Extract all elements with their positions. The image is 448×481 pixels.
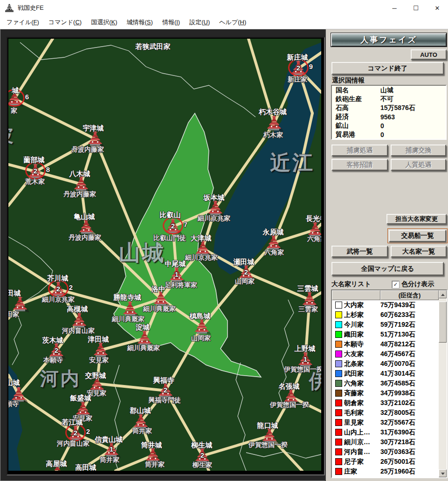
scroll-down-button[interactable] (439, 469, 447, 477)
castle-name-label: 八木城 (69, 170, 90, 179)
daimyo-koku: 60万6233石 (380, 311, 415, 319)
guest-general-button[interactable]: 客将招請 (331, 159, 388, 171)
castle-icon[interactable] (70, 313, 89, 329)
daimyo-row[interactable]: 北条家46万0070石 (332, 359, 439, 369)
daimyo-row[interactable]: 河内畠…30万0363石 (332, 447, 439, 457)
castle-icon[interactable] (86, 131, 104, 147)
castle-side-number: 6 (25, 93, 29, 101)
castle-name-label: 池田城 (8, 289, 21, 298)
daimyo-list-button[interactable]: 大名家一覧 (391, 246, 447, 257)
daimyo-koku: 25万1960石 (380, 467, 415, 476)
castle-family-label: 池田家 (8, 310, 19, 319)
colorize-checkbox[interactable]: ✓ (392, 281, 399, 288)
daimyo-list-scrollbar[interactable] (439, 290, 447, 477)
minimize-button[interactable]: ─ (384, 0, 405, 16)
daimyo-name: 斉藤家 (344, 389, 380, 398)
daimyo-color-swatch (335, 429, 342, 436)
castle-number: 2 (244, 268, 248, 276)
castle-icon[interactable] (121, 301, 139, 317)
close-button[interactable]: ✕ (427, 0, 448, 16)
daimyo-name: 本願寺 (344, 340, 380, 349)
menu-item-f[interactable]: ファイル(F) (2, 16, 44, 29)
castle-family-label: 細川京兆家 (42, 295, 75, 304)
castle-family-label: 丹波内藤家 (71, 145, 104, 154)
daimyo-row[interactable]: 細川京…30万7218石 (332, 437, 439, 447)
daimyo-list[interactable]: (臣従含) 大内家75万9439石上杉家60万6233石今川家59万7192石織… (331, 289, 448, 478)
daimyo-name: 六角家 (344, 379, 380, 388)
menu-item-s[interactable]: 城情報(S) (122, 16, 158, 29)
auto-button[interactable]: AUTO (411, 49, 447, 60)
castle-name-label: 名張城 (279, 382, 300, 391)
castle-icon[interactable] (11, 296, 29, 312)
daimyo-koku: 51万7130石 (380, 330, 415, 339)
castle-family-label: 山岡家 (191, 334, 211, 343)
title-bar[interactable]: 戦国史FE ─ ☐ ✕ (0, 0, 448, 16)
castle-number: 2 (34, 167, 37, 175)
castle-name-label: 信貴山城 (95, 435, 123, 444)
castle-family-label: 朽木家 (263, 131, 283, 139)
castle-name-label: 亀山城 (74, 213, 95, 221)
menu-item-k[interactable]: 国選択(K) (86, 16, 122, 29)
scroll-up-button[interactable] (439, 290, 447, 298)
castle-icon[interactable] (193, 319, 211, 335)
castle-name-label: 瀬田城 (234, 258, 255, 267)
captive-exchange-button[interactable]: 捕虜交換 (391, 144, 446, 156)
map-frame: 近江山城河内波伊若狭武田家29新庄城新庄家朽木谷城朽木家宇津城丹波内藤家6城家2… (7, 37, 325, 475)
castle-icon[interactable] (265, 116, 283, 131)
castle-icon[interactable] (91, 342, 110, 358)
busho-list-button[interactable]: 武将一覧 (331, 246, 388, 257)
daimyo-row[interactable]: 今川家59万7192石 (332, 320, 439, 330)
colorize-toggle[interactable]: ✓ 色分け表示 (392, 280, 434, 289)
castle-family-label: 丹波内藤家 (69, 234, 101, 242)
change-daimyo-button[interactable]: 担当大名家変更 (386, 214, 447, 224)
daimyo-row[interactable]: 本願寺48万8212石 (332, 339, 439, 349)
castle-family-label: 河内畠山家 (62, 327, 95, 335)
menu-item-u[interactable]: 設定(U) (185, 16, 214, 29)
end-command-button[interactable]: コマンド終了 (331, 62, 444, 75)
daimyo-row[interactable]: 毛利家32万8005石 (332, 408, 439, 418)
daimyo-koku: 26万5001石 (380, 458, 415, 466)
daimyo-koku: 41万3014石 (380, 370, 415, 378)
captive-treatment-button[interactable]: 捕虜処遇 (331, 144, 388, 156)
trade-ships-button[interactable]: 交易船一覧 (389, 230, 446, 242)
daimyo-koku: 31万6390石 (380, 428, 415, 437)
daimyo-row[interactable]: 上杉家60万6233石 (332, 310, 439, 320)
daimyo-row[interactable]: 山内上…31万6390石 (332, 427, 439, 437)
info-row-port: 貿易港0 (332, 131, 446, 139)
daimyo-row[interactable]: 織田家51万7130石 (332, 330, 439, 339)
castle-icon[interactable] (206, 200, 225, 216)
daimyo-koku: 34万9938石 (380, 389, 415, 398)
daimyo-row[interactable]: 六角家36万4585石 (332, 378, 439, 388)
daimyo-row[interactable]: 朝倉家33万2102石 (332, 398, 439, 408)
daimyo-row[interactable]: 大友家46万4567石 (332, 349, 439, 359)
daimyo-color-swatch (335, 341, 342, 348)
info-row-country: 国名山城 (332, 86, 446, 95)
daimyo-row[interactable]: 斉藤家34万9938石 (332, 388, 439, 398)
hostage-treatment-button[interactable]: 人質処遇 (391, 159, 446, 171)
daimyo-color-swatch (335, 380, 342, 387)
castle-family-label: 荒木家 (25, 178, 45, 186)
castle-side-number: 2 (69, 283, 73, 291)
castle-family-label: 筒井家 (100, 456, 119, 464)
app-window: { "window": {"title": "戦国史FE"}, "icons":… (0, 0, 448, 481)
daimyo-name: 朝倉家 (344, 399, 380, 407)
castle-name-label: 宇津城 (83, 124, 104, 133)
map-view[interactable]: 近江山城河内波伊若狭武田家29新庄城新庄家朽木谷城朽木家宇津城丹波内藤家6城家2… (8, 39, 321, 471)
daimyo-row[interactable]: 武田家41万3014石 (332, 369, 439, 378)
menu-item-c[interactable]: コマンド(C) (44, 16, 86, 29)
daimyo-row[interactable]: 尼子家26万5001石 (332, 457, 439, 467)
daimyo-row[interactable]: 里見家32万5567石 (332, 418, 439, 427)
castle-icon[interactable] (77, 219, 96, 235)
maximize-button[interactable]: ☐ (405, 0, 427, 16)
castle-number: 2 (296, 64, 300, 72)
back-to-national-map-button[interactable]: 全国マップに戻る (331, 262, 444, 275)
menu-item-i[interactable]: 情報(I) (158, 16, 185, 29)
daimyo-row[interactable]: 庄家25万1960石 (332, 467, 439, 476)
menu-item-h[interactable]: ヘルプ(H) (214, 16, 251, 29)
castle-icon[interactable] (72, 176, 90, 192)
castle-family-label: 本願寺 (8, 400, 19, 408)
daimyo-row[interactable]: 大内家75万9439石 (332, 300, 439, 310)
daimyo-name: 里見家 (344, 419, 380, 427)
daimyo-rows: 大内家75万9439石上杉家60万6233石今川家59万7192石織田家51万7… (332, 300, 439, 476)
scrollbar-thumb[interactable] (439, 302, 447, 343)
